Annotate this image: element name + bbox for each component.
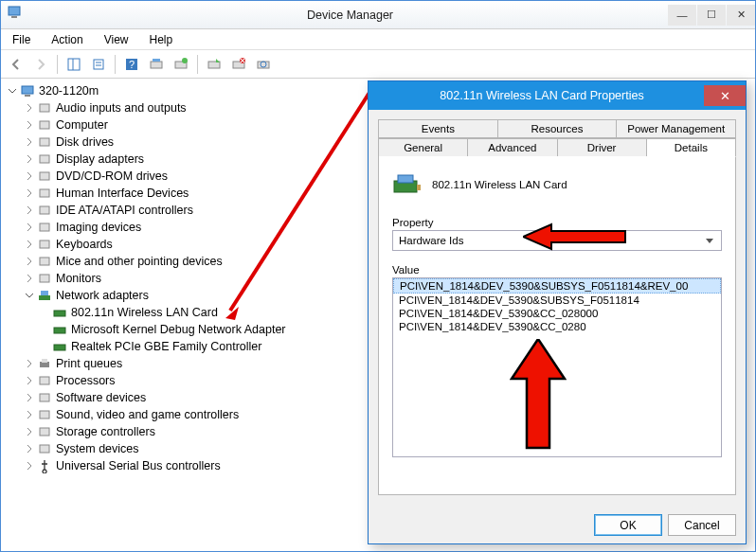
tree-child-label: Microsoft Kernel Debug Network Adapter <box>71 323 286 336</box>
tab-power-management[interactable]: Power Management <box>617 119 736 138</box>
tree-item-label: Print queues <box>56 357 122 370</box>
svg-rect-13 <box>208 62 220 68</box>
svg-rect-27 <box>40 189 49 197</box>
tabs-row-2: General Advanced Driver Details <box>378 138 736 157</box>
value-label: Value <box>392 264 722 276</box>
default-icon <box>37 441 52 456</box>
maximize-button[interactable]: ☐ <box>697 5 726 26</box>
expander-icon[interactable] <box>24 256 35 267</box>
svg-rect-33 <box>39 295 50 300</box>
svg-rect-48 <box>398 175 413 183</box>
tab-general[interactable]: General <box>378 138 468 157</box>
expander-icon[interactable] <box>24 290 35 301</box>
scan-changes-button[interactable] <box>252 53 275 76</box>
value-listbox[interactable]: PCI\VEN_1814&DEV_5390&SUBSYS_F0511814&RE… <box>392 277 722 457</box>
svg-rect-35 <box>54 311 65 316</box>
value-row[interactable]: PCI\VEN_1814&DEV_5390&SUBSYS_F0511814 <box>393 294 721 307</box>
expander-icon[interactable] <box>24 375 35 386</box>
expander-icon[interactable] <box>24 426 35 437</box>
svg-rect-1 <box>11 16 17 18</box>
property-dropdown-value: Hardware Ids <box>399 235 463 246</box>
default-icon <box>37 220 52 235</box>
default-icon <box>37 100 52 116</box>
svg-rect-0 <box>9 7 20 15</box>
svg-rect-43 <box>40 428 49 436</box>
dialog-close-button[interactable]: ✕ <box>704 85 746 106</box>
minimize-button[interactable]: — <box>668 5 696 26</box>
usb-icon <box>37 458 52 473</box>
svg-rect-49 <box>417 185 421 190</box>
value-row[interactable]: PCI\VEN_1814&DEV_5390&CC_0280 <box>393 320 721 333</box>
device-header: 802.11n Wireless LAN Card <box>392 168 722 202</box>
svg-rect-29 <box>40 223 49 231</box>
expander-icon[interactable] <box>24 443 35 454</box>
printer-icon <box>37 356 52 371</box>
svg-rect-41 <box>40 394 49 401</box>
expander-icon[interactable] <box>24 187 35 199</box>
property-dropdown[interactable]: Hardware Ids <box>392 230 722 251</box>
toolbar-separator <box>115 55 116 74</box>
network-icon <box>37 288 52 303</box>
ok-button[interactable]: OK <box>594 514 662 536</box>
menu-help[interactable]: Help <box>144 31 179 48</box>
tab-resources[interactable]: Resources <box>498 119 618 138</box>
tree-item-label: Network adapters <box>56 289 149 302</box>
window-title: Device Manager <box>33 9 667 22</box>
back-button[interactable] <box>5 53 27 76</box>
uninstall-button[interactable] <box>227 53 250 76</box>
tree-root-label: 320-1120m <box>39 84 99 98</box>
toolbar: ? <box>1 50 755 79</box>
expander-icon[interactable] <box>24 102 35 114</box>
menu-action[interactable]: Action <box>45 31 88 48</box>
tree-item-label: DVD/CD-ROM drives <box>56 169 168 183</box>
tab-details[interactable]: Details <box>647 138 736 157</box>
expander-icon[interactable] <box>24 392 35 403</box>
tab-driver[interactable]: Driver <box>558 138 647 157</box>
expander-icon[interactable] <box>24 136 35 148</box>
default-icon <box>37 271 52 286</box>
scan-hardware-button[interactable] <box>145 53 168 76</box>
menu-view[interactable]: View <box>99 31 135 48</box>
show-hide-tree-button[interactable] <box>63 53 85 76</box>
expander-icon[interactable] <box>24 222 35 233</box>
update-driver-button[interactable] <box>170 53 192 76</box>
tree-item-label: Disk drives <box>56 135 114 149</box>
tree-item-label: Mice and other pointing devices <box>56 255 223 268</box>
expander-icon[interactable] <box>24 205 35 216</box>
svg-rect-20 <box>22 86 33 94</box>
tab-advanced[interactable]: Advanced <box>468 138 557 157</box>
tab-events[interactable]: Events <box>378 119 498 138</box>
expander-icon[interactable] <box>24 153 35 165</box>
tree-item-label: IDE ATA/ATAPI controllers <box>56 204 193 217</box>
expander-icon[interactable] <box>7 85 18 97</box>
forward-button[interactable] <box>29 53 52 76</box>
menu-file[interactable]: File <box>7 31 36 48</box>
expander-icon[interactable] <box>24 119 35 131</box>
expander-icon[interactable] <box>24 358 35 369</box>
expander-icon[interactable] <box>24 409 35 420</box>
expander-icon[interactable] <box>24 273 35 284</box>
tab-panel-details: 802.11n Wireless LAN Card Property Hardw… <box>378 156 736 495</box>
tree-item-label: Display adapters <box>56 152 144 166</box>
close-button[interactable]: ✕ <box>727 5 755 26</box>
properties-button[interactable] <box>87 53 110 76</box>
value-row[interactable]: PCI\VEN_1814&DEV_5390&SUBSYS_F0511814&RE… <box>393 278 721 294</box>
cancel-button[interactable]: Cancel <box>668 514 736 536</box>
tree-item-label: Computer <box>56 118 108 132</box>
default-icon <box>37 151 52 167</box>
tree-item-label: Processors <box>56 374 116 387</box>
enable-button[interactable] <box>203 53 225 76</box>
help-button[interactable]: ? <box>120 53 143 76</box>
expander-icon[interactable] <box>24 239 35 250</box>
tree-item-label: Software devices <box>56 391 146 404</box>
svg-rect-30 <box>40 240 49 248</box>
default-icon <box>37 407 52 422</box>
value-row[interactable]: PCI\VEN_1814&DEV_5390&CC_028000 <box>393 307 721 320</box>
dialog-body: Events Resources Power Management Genera… <box>369 110 746 506</box>
computer-icon <box>20 83 35 98</box>
tree-item-label: Universal Serial Bus controllers <box>56 459 221 472</box>
expander-icon[interactable] <box>24 170 35 182</box>
default-icon <box>37 254 52 269</box>
device-icon <box>52 305 67 320</box>
expander-icon[interactable] <box>24 460 35 472</box>
